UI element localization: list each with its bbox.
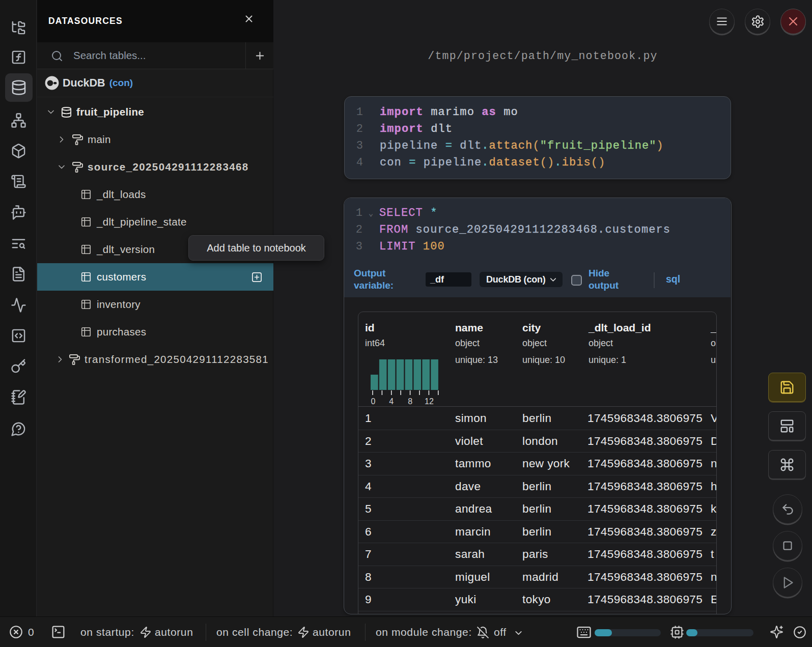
svg-text:0: 0	[371, 397, 376, 405]
svg-text:12: 12	[425, 397, 434, 405]
svg-text:8: 8	[408, 397, 412, 405]
svg-text:4: 4	[389, 397, 394, 405]
